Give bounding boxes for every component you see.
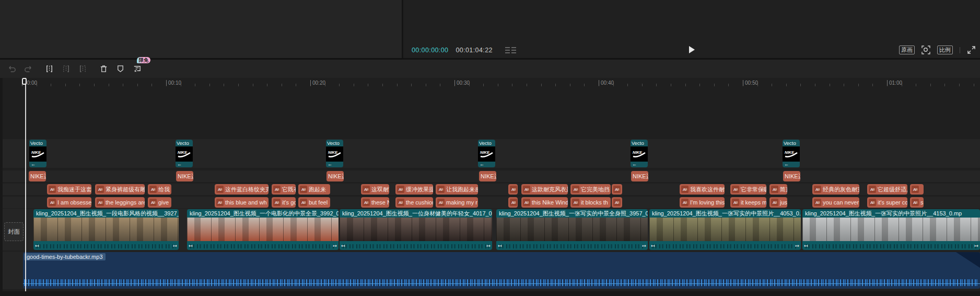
subtitle-clip-cn[interactable]: A≡它既有 xyxy=(272,184,296,195)
title-clip[interactable]: NIKE运 xyxy=(176,171,193,181)
subtitle-clip-en[interactable]: A≡you can never xyxy=(812,197,859,208)
subtitle-clip-cn[interactable]: A≡这双耐克 xyxy=(361,184,389,195)
subtitle-clip-cn[interactable]: A≡ xyxy=(508,184,518,195)
video-clip[interactable]: kling_20251204_图生视频_一位身材健美的年轻女_4017_0.m↤… xyxy=(340,209,492,250)
subtitle-text: making my r xyxy=(446,199,477,206)
subtitle-clip-en[interactable]: A≡ xyxy=(508,197,518,208)
subtitle-clip-cn[interactable]: A≡跑起来 xyxy=(298,184,330,195)
sticker-clip[interactable]: VectoNIKE← xyxy=(29,140,46,167)
text-clip-icon: A≡ xyxy=(572,186,579,193)
delete-button[interactable] xyxy=(95,61,112,77)
subtitle-clip-en[interactable]: A≡just xyxy=(769,197,787,208)
sticker-clip[interactable]: VectoNIKE← xyxy=(326,140,343,167)
title-clip[interactable]: NIKE运 xyxy=(479,171,496,181)
subtitle-clip-cn[interactable]: A≡缓冲效果提 xyxy=(395,184,433,195)
subtitle-clip-en[interactable]: A≡it blocks th xyxy=(570,197,611,208)
title-clip[interactable]: NIKE运 xyxy=(631,171,648,181)
display-mode-icon[interactable] xyxy=(505,47,516,54)
playhead-handle[interactable] xyxy=(22,78,27,85)
video-audio-waveform: ↤↦ xyxy=(340,241,492,250)
text-clip-icon: A≡ xyxy=(732,186,739,193)
nike-logo-icon: NIKE xyxy=(31,150,45,158)
subtitle-clip-en[interactable]: A≡but feel xyxy=(298,197,330,208)
video-clip[interactable]: kling_20251204_图生视频_一个电影化的中景全景_3992_0.m↤… xyxy=(187,209,339,250)
trim-arrow-icon: ← xyxy=(29,162,46,167)
subtitle-clip-cn[interactable]: A≡我喜欢这件耐克 xyxy=(680,184,725,195)
original-quality-button[interactable]: 原画 xyxy=(899,45,915,54)
subtitle-clip-en[interactable]: A≡these N xyxy=(361,197,389,208)
sticker-clip[interactable]: VectoNIKE← xyxy=(176,140,193,167)
subtitle-clip-en[interactable]: A≡I am obsessed xyxy=(47,197,91,208)
subtitle-clip-cn[interactable]: A≡紧身裤超级有雕塑 xyxy=(95,184,145,195)
video-thumbnail-strip xyxy=(33,218,179,241)
sticker-clip-label: Vecto xyxy=(176,140,193,146)
ratio-button[interactable]: 比例 xyxy=(937,45,953,54)
split-button[interactable] xyxy=(41,61,57,77)
sticker-clip[interactable]: VectoNIKE← xyxy=(478,140,495,167)
nike-logo-thumbnail: NIKE xyxy=(478,146,495,162)
trim-right-arrow-icon: ↦ xyxy=(795,243,799,248)
subtitle-clip-cn[interactable]: A≡这件蓝白格纹夹克 xyxy=(215,184,269,195)
fullscreen-icon[interactable] xyxy=(967,45,976,54)
subtitle-clip-en[interactable]: A≡it's go xyxy=(272,197,296,208)
subtitle-clip-cn[interactable]: A≡这款耐克风衣是 xyxy=(521,184,568,195)
text-clip-icon: A≡ xyxy=(397,186,404,193)
subtitle-clip-cn[interactable]: A≡它完美地挡 xyxy=(570,184,611,195)
timeline[interactable]: 00:0000:1000:2000:3000:4000:5001:00 封面 V… xyxy=(0,78,980,296)
subtitle-clip-cn[interactable]: A≡让我跑起来感 xyxy=(436,184,478,195)
video-clip[interactable]: kling_20251204_图生视频_一张写实的中景照片__4153_0.mp… xyxy=(802,209,980,250)
delete-left-button[interactable] xyxy=(57,61,74,77)
title-clip[interactable]: NIKE运 xyxy=(29,171,46,181)
audio-clip[interactable]: good-times-by-tubebackr.mp3 xyxy=(23,252,980,289)
preview-zoom-icon[interactable] xyxy=(921,45,930,54)
subtitle-clip-cn[interactable]: A≡ xyxy=(612,184,622,195)
subtitle-clip-en[interactable]: A≡give xyxy=(148,197,171,208)
video-audio-waveform: ↤↦ xyxy=(496,241,648,250)
sticker-clip[interactable]: VectoNIKE← xyxy=(631,140,648,167)
video-clip[interactable]: kling_20251204_图生视频_一张写实的中景照片__4053_0.mp… xyxy=(649,209,801,250)
text-clip-icon: A≡ xyxy=(869,199,876,206)
subtitle-clip-en[interactable]: A≡I'm loving this xyxy=(680,197,725,208)
video-clip[interactable]: kling_20251204_图生视频_一张写实的中景全身照_3957_0.m↤… xyxy=(496,209,648,250)
subtitle-clip-en[interactable]: A≡it's super co xyxy=(867,197,907,208)
svg-text:NIKE: NIKE xyxy=(178,150,188,155)
mark-button[interactable] xyxy=(112,61,129,77)
subtitle-clip-en[interactable]: A≡making my r xyxy=(436,197,478,208)
text-clip-icon: A≡ xyxy=(49,186,56,193)
media-panel xyxy=(0,0,403,58)
subtitle-text: 紧身裤超级有雕塑 xyxy=(106,186,145,193)
subtitle-clip-cn[interactable]: A≡经典的灰色耐克 xyxy=(812,184,859,195)
playhead-line[interactable] xyxy=(25,78,26,291)
subtitle-clip-en[interactable]: A≡s xyxy=(910,197,924,208)
text-clip-icon: A≡ xyxy=(273,199,281,206)
undo-button[interactable] xyxy=(3,61,20,77)
video-clip[interactable]: kling_20251204_图生视频_一段电影风格的视频__3927_0.mp… xyxy=(33,209,179,250)
play-button[interactable] xyxy=(685,43,698,56)
subtitle-clip-en[interactable]: A≡the leggings are xyxy=(95,197,145,208)
subtitle-clip-en[interactable]: A≡this Nike Wind xyxy=(521,197,568,208)
sticker-clip[interactable]: VectoNIKE← xyxy=(783,140,800,167)
subtitle-clip-cn[interactable]: A≡它非常保暖 xyxy=(730,184,766,195)
timeline-toolbar: 限免 xyxy=(0,58,980,78)
subtitle-clip-en[interactable]: A≡this blue and wh xyxy=(215,197,269,208)
title-clip[interactable]: NIKE运 xyxy=(783,171,800,181)
subtitle-clip-cn[interactable]: A≡ xyxy=(910,184,924,195)
cover-button[interactable]: 封面 xyxy=(4,222,24,241)
title-clip[interactable]: NIKE运 xyxy=(326,171,344,181)
subtitle-clip-en[interactable]: A≡ xyxy=(612,197,622,208)
subtitle-clip-cn[interactable]: A≡我痴迷于这套 xyxy=(47,184,91,195)
subtitle-clip-cn[interactable]: A≡简直 xyxy=(769,184,787,195)
subtitle-text: give xyxy=(158,199,169,206)
delete-right-button[interactable] xyxy=(74,61,91,77)
subtitle-clip-en[interactable]: A≡the cushion xyxy=(395,197,433,208)
auto-caption-button[interactable]: 限免 xyxy=(129,61,145,77)
subtitle-clip-cn[interactable]: A≡它超级舒适, xyxy=(867,184,907,195)
redo-button[interactable] xyxy=(20,61,37,77)
video-editor-window: 00:00:00:00 00:01:04:22 原画 比例 xyxy=(0,0,980,296)
subtitle-clip-cn[interactable]: A≡给我 xyxy=(148,184,171,195)
text-clip-icon: A≡ xyxy=(814,199,821,206)
subtitle-clip-en[interactable]: A≡it keeps m xyxy=(730,197,766,208)
trim-right-arrow-icon: ↦ xyxy=(642,243,646,248)
video-clip-filename: kling_20251204_图生视频_一位身材健美的年轻女_4017_0.m xyxy=(340,209,492,218)
bottom-scroll-area[interactable] xyxy=(0,291,980,296)
